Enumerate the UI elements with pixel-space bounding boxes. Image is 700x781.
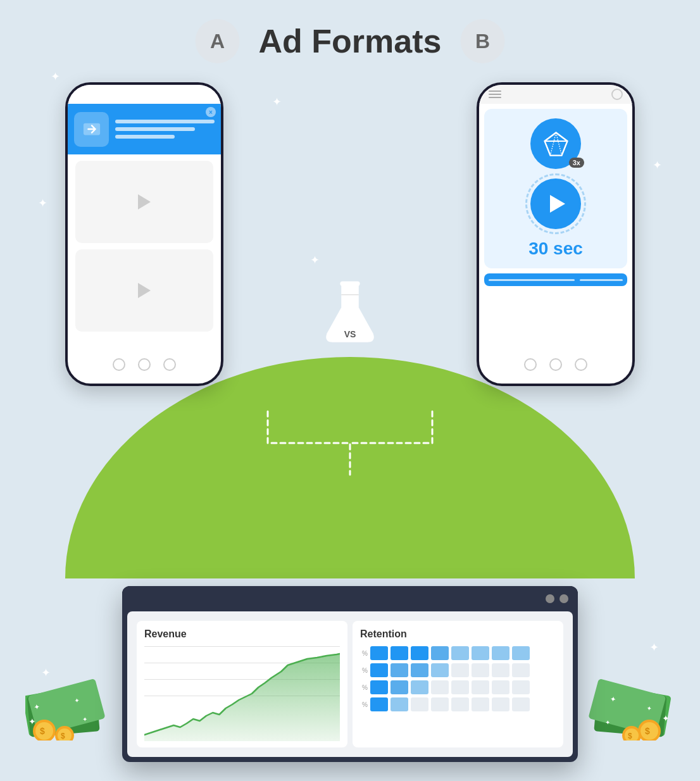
svg-line-7 [544,141,550,156]
sparkle-star: ✦ [653,158,662,172]
svg-text:$: $ [61,732,65,740]
nav-dot [113,358,125,371]
ret-cell [492,646,509,660]
ret-cell [411,680,428,694]
banner-icon-box [74,112,109,147]
retention-row: % [360,680,556,694]
close-icon: × [206,107,216,117]
ret-cell [431,663,449,677]
phone-b-footer [484,273,627,286]
footer-line [489,279,575,281]
retention-panel: Retention % % [353,621,563,747]
ret-cell [411,697,428,711]
ret-cell [472,663,489,677]
top-right-button [611,89,623,100]
ret-cell [431,680,449,694]
revenue-chart [144,653,340,741]
window-dot [559,594,568,603]
window-dot [546,594,554,603]
ret-cell [431,697,449,711]
ret-cell [492,663,509,677]
play-icon [138,194,151,209]
ret-cell [391,646,408,660]
sparkle-star: ✦ [51,70,60,84]
play-icon [138,283,151,298]
svg-text:$: $ [628,732,632,740]
ret-cell [472,697,489,711]
vs-flask-container: VS [322,278,378,351]
page-header: A Ad Formats B [196,19,505,63]
phone-b-bottom-nav [479,351,632,378]
nav-dot [549,358,562,371]
sparkle-star: ✦ [38,196,47,210]
svg-text:$: $ [645,726,650,736]
nav-dot [524,358,537,371]
ret-cell [391,663,408,677]
retention-row: % [360,646,556,660]
banner-icon [82,120,101,139]
ret-cell [411,646,428,660]
svg-text:✦: ✦ [605,719,610,726]
ret-cell [431,646,449,660]
ret-cell [370,646,388,660]
3x-badge: 3x [569,158,584,168]
ret-cell [451,646,469,660]
ret-cell [472,646,489,660]
ret-percent-label: % [360,650,368,657]
badge-a: A [196,19,240,63]
svg-marker-3 [544,132,567,155]
phone-a-top-bar [68,85,221,104]
svg-text:✦: ✦ [82,716,87,723]
ret-cell [391,697,408,711]
phone-b: 3x 30 sec [477,82,635,386]
play-circle-button [530,178,581,229]
nav-dot [575,358,587,371]
retention-row: % [360,663,556,677]
page-title: Ad Formats [259,22,442,60]
diamond-badge: 3x [530,118,581,169]
ret-cell [370,697,388,711]
phone-b-top-bar [479,85,632,104]
ret-cell [370,663,388,677]
timer-label: 30 sec [528,239,583,259]
svg-rect-1 [340,282,359,286]
banner-line [115,120,215,123]
ret-cell [451,697,469,711]
badge-b: B [460,19,504,63]
svg-text:✦: ✦ [28,716,36,727]
ret-percent-label: % [360,667,368,674]
ret-percent-label: % [360,701,368,708]
ret-cell [472,680,489,694]
sparkle-star: ✦ [649,640,659,654]
ret-cell [370,680,388,694]
ret-cell [512,646,530,660]
phone-b-reward-content: 3x 30 sec [484,109,627,268]
ret-cell [512,680,530,694]
dashboard-header [122,586,578,611]
play-icon [550,195,565,213]
footer-line [580,279,623,281]
phone-a-bottom-nav [68,351,221,378]
analytics-dashboard: Revenue [122,586,578,762]
phone-a-card-2 [75,249,213,332]
chart-grid-line [144,646,340,647]
ret-cell [512,697,530,711]
banner-line [115,135,175,139]
ret-cell [451,663,469,677]
ret-cell [492,697,509,711]
phone-a-banner: × [68,104,221,154]
money-decoration-left: ✦ ✦ $ $ ✦ ✦ [25,665,114,743]
ret-cell [411,663,428,677]
phone-a-card-1 [75,161,213,243]
nav-dot [163,358,176,371]
retention-title: Retention [360,628,556,640]
diamond-icon [542,130,570,158]
nav-dot [138,358,151,371]
banner-lines [115,120,215,139]
ret-cell [451,680,469,694]
revenue-title: Revenue [144,628,340,640]
dashed-connection-lines [192,405,508,481]
phones-container: × VS [65,82,635,386]
svg-text:$: $ [40,726,45,736]
revenue-panel: Revenue [137,621,347,747]
